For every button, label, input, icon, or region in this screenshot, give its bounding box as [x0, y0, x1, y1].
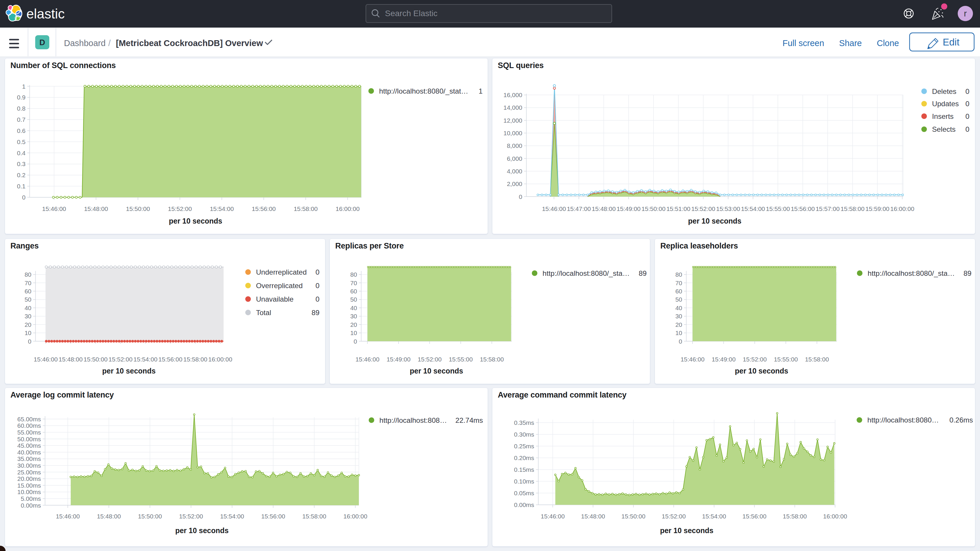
svg-text:25.00ms: 25.00ms	[17, 468, 41, 475]
svg-text:89: 89	[963, 269, 971, 277]
svg-text:89: 89	[311, 308, 319, 316]
svg-text:15:50:00: 15:50:00	[621, 513, 645, 519]
svg-text:0.05ms: 0.05ms	[514, 490, 534, 497]
svg-text:15:58:00: 15:58:00	[183, 356, 207, 363]
svg-text:0: 0	[965, 112, 969, 120]
svg-text:2,000: 2,000	[507, 180, 522, 187]
svg-text:0: 0	[353, 338, 357, 344]
svg-text:15:58:00: 15:58:00	[783, 513, 807, 519]
svg-text:15:54:00: 15:54:00	[133, 356, 157, 363]
svg-text:15:55:00: 15:55:00	[774, 356, 798, 363]
svg-text:per 10 seconds: per 10 seconds	[735, 367, 788, 375]
svg-text:55.00ms: 55.00ms	[17, 428, 41, 435]
svg-text:0.9: 0.9	[17, 94, 25, 100]
svg-text:50: 50	[675, 296, 682, 303]
svg-text:Inserts: Inserts	[932, 112, 954, 120]
svg-text:15:49:00: 15:49:00	[711, 356, 736, 363]
svg-text:70: 70	[24, 279, 31, 286]
svg-text:4,000: 4,000	[507, 167, 522, 174]
svg-text:15:50:00: 15:50:00	[83, 356, 107, 363]
svg-text:15:49:00: 15:49:00	[616, 205, 641, 212]
svg-text:15:53:00: 15:53:00	[716, 205, 740, 212]
svg-text:15:52:00: 15:52:00	[691, 205, 715, 212]
svg-text:15:50:00: 15:50:00	[641, 205, 665, 212]
svg-text:0: 0	[965, 125, 969, 133]
svg-text:15:51:00: 15:51:00	[667, 205, 690, 212]
svg-text:Overreplicated: Overreplicated	[256, 281, 302, 289]
svg-text:15:58:00: 15:58:00	[302, 513, 326, 519]
svg-text:12,000: 12,000	[503, 117, 522, 124]
svg-text:10.00ms: 10.00ms	[17, 489, 41, 495]
svg-text:15:46:00: 15:46:00	[541, 513, 565, 519]
svg-text:r: r	[964, 8, 967, 18]
svg-text:0.5: 0.5	[17, 138, 25, 145]
svg-text:45.00ms: 45.00ms	[17, 442, 41, 449]
svg-text:16:00:00: 16:00:00	[208, 356, 232, 363]
svg-text:15:54:00: 15:54:00	[210, 205, 234, 212]
svg-text:70: 70	[675, 279, 682, 286]
svg-text:16:00:00: 16:00:00	[890, 205, 914, 212]
svg-text:http://localhost:8080/_sta…: http://localhost:8080/_sta…	[542, 269, 630, 277]
svg-text:6,000: 6,000	[507, 155, 522, 162]
svg-text:60: 60	[24, 288, 31, 294]
svg-text:0: 0	[315, 268, 320, 276]
svg-text:15:52:00: 15:52:00	[662, 513, 686, 519]
svg-text:50.00ms: 50.00ms	[17, 435, 41, 442]
svg-text:[Metricbeat CockroachDB] Overv: [Metricbeat CockroachDB] Overview	[116, 38, 263, 48]
svg-text:15:46:00: 15:46:00	[681, 356, 705, 363]
svg-text:per 10 seconds: per 10 seconds	[175, 526, 229, 535]
svg-text:30: 30	[350, 313, 357, 320]
svg-text:per 10 seconds: per 10 seconds	[169, 217, 222, 225]
svg-text:15:56:00: 15:56:00	[742, 513, 767, 519]
svg-text:0: 0	[519, 193, 522, 200]
svg-text:0.15ms: 0.15ms	[514, 466, 534, 473]
svg-text:Dashboard: Dashboard	[64, 38, 106, 48]
svg-text:1: 1	[22, 83, 25, 89]
svg-text:22.74ms: 22.74ms	[455, 416, 483, 424]
svg-text:0.35ms: 0.35ms	[514, 419, 534, 426]
svg-text:0.30ms: 0.30ms	[514, 431, 534, 438]
svg-text:http://localhost:8080/_sta…: http://localhost:8080/_sta…	[868, 269, 955, 277]
svg-text:80: 80	[24, 271, 31, 278]
svg-text:15:59:00: 15:59:00	[865, 205, 889, 212]
svg-text:0.2: 0.2	[17, 172, 25, 178]
svg-text:15:48:00: 15:48:00	[84, 205, 108, 212]
svg-text:/: /	[108, 38, 111, 48]
svg-text:30: 30	[24, 313, 31, 320]
svg-text:elastic: elastic	[26, 6, 65, 21]
svg-text:16:00:00: 16:00:00	[343, 513, 368, 519]
svg-text:15:54:00: 15:54:00	[702, 513, 726, 519]
svg-text:0: 0	[965, 87, 969, 95]
svg-text:15:46:00: 15:46:00	[355, 356, 379, 363]
svg-text:per 10 seconds: per 10 seconds	[102, 367, 156, 375]
svg-text:15.00ms: 15.00ms	[17, 482, 41, 489]
svg-text:0.25ms: 0.25ms	[514, 443, 534, 449]
svg-text:0.20ms: 0.20ms	[514, 454, 534, 461]
svg-text:15:57:00: 15:57:00	[815, 205, 840, 212]
svg-text:10: 10	[24, 330, 31, 336]
svg-text:15:52:00: 15:52:00	[108, 356, 132, 363]
svg-text:15:58:00: 15:58:00	[480, 356, 504, 363]
svg-text:0.7: 0.7	[17, 116, 25, 123]
svg-text:15:46:00: 15:46:00	[42, 205, 66, 212]
svg-text:per 10 seconds: per 10 seconds	[410, 367, 463, 375]
svg-text:D: D	[39, 38, 45, 47]
svg-text:http://localhost:808…: http://localhost:808…	[379, 416, 447, 424]
svg-text:10,000: 10,000	[503, 130, 522, 137]
svg-text:0.3: 0.3	[17, 161, 25, 167]
svg-text:15:52:00: 15:52:00	[168, 205, 192, 212]
svg-text:Total: Total	[256, 308, 271, 316]
svg-text:40.00ms: 40.00ms	[17, 449, 41, 455]
svg-text:1: 1	[479, 87, 483, 95]
svg-text:15:54:00: 15:54:00	[220, 513, 244, 519]
svg-text:20: 20	[24, 321, 31, 328]
svg-text:15:56:00: 15:56:00	[158, 356, 182, 363]
svg-text:60.00ms: 60.00ms	[17, 422, 41, 429]
svg-text:16:00:00: 16:00:00	[336, 205, 360, 212]
svg-text:Share: Share	[839, 38, 862, 48]
svg-text:15:48:00: 15:48:00	[58, 356, 83, 363]
svg-text:15:56:00: 15:56:00	[261, 513, 285, 519]
svg-text:0: 0	[315, 295, 320, 303]
svg-text:15:56:00: 15:56:00	[791, 205, 815, 212]
svg-text:0.00ms: 0.00ms	[514, 502, 534, 508]
